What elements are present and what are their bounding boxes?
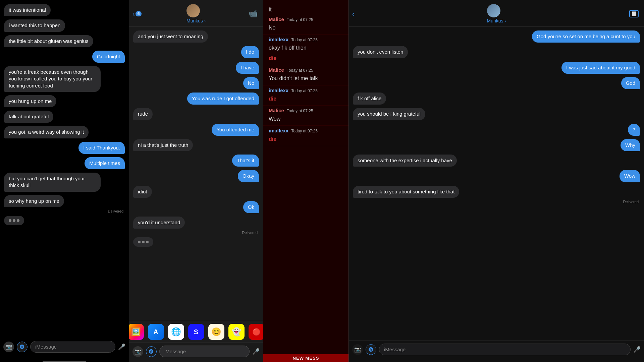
new-message-banner: NEW MESS: [263, 354, 348, 362]
message-bubble: it was intentional: [4, 4, 51, 16]
mid-header: ‹ 6 Munkus › 📹: [129, 0, 263, 26]
mic-icon-left[interactable]: 🎤: [118, 343, 125, 351]
camera-icon-right[interactable]: 📷: [352, 344, 363, 355]
video-call-button-mid[interactable]: 📹: [249, 9, 258, 18]
home-indicator-left: [43, 361, 86, 362]
message-bubble: you're a freak because even though you k…: [4, 66, 101, 92]
panel-discord: it MaliceToday at 07:25NoimallexxToday a…: [263, 0, 349, 362]
message-row: tired to talk to you about something lik…: [353, 186, 640, 198]
right-contact-info: Munkus ›: [487, 4, 506, 23]
message-row: ?: [353, 124, 640, 136]
message-row: f k off alice: [353, 93, 640, 105]
right-input-bar: 📷 🅐 iMessage 🎤: [349, 341, 644, 362]
message-bubble: You offended me: [212, 124, 259, 136]
dock-red-icon[interactable]: 🔴: [249, 324, 264, 340]
discord-time: Today at 07:25: [287, 109, 313, 113]
camera-icon[interactable]: 📷: [3, 342, 14, 352]
discord-entry: imallexxToday at 07:25okay f k off thend…: [263, 35, 348, 65]
message-row: Goodnight: [4, 51, 125, 63]
dot1: [138, 241, 141, 243]
message-row: you got. a weird way of showing it: [4, 126, 125, 138]
message-bubble: you got. a weird way of showing it: [4, 126, 89, 138]
message-row: the little bit about gluten was genius: [4, 35, 125, 47]
back-button-mid[interactable]: ‹ 6: [132, 10, 142, 18]
dock-appstore-icon[interactable]: A: [148, 324, 164, 340]
message-bubble: I have: [236, 62, 259, 74]
message-row: you'd it understand: [133, 217, 259, 229]
compose-button-right[interactable]: ⬜: [629, 10, 639, 17]
message-row: I said Thankyou.: [4, 142, 125, 154]
message-row: I have: [133, 62, 259, 74]
message-row: God you're so set on me being a cunt to …: [353, 31, 640, 43]
avatar-mid: [186, 4, 200, 17]
message-row: you're a freak because even though you k…: [4, 66, 125, 92]
appstore-icon-mid[interactable]: 🅐: [146, 346, 157, 357]
discord-sender: imallexx: [269, 87, 288, 93]
typing-dots: [4, 216, 24, 225]
dot2: [142, 241, 145, 243]
discord-entry: imallexxToday at 07:25die: [263, 126, 348, 146]
message-bubble: I was just sad about it my good: [561, 62, 640, 74]
dot3: [146, 241, 149, 243]
discord-time: Today at 07:25: [291, 129, 318, 133]
message-row: God: [353, 77, 640, 89]
dot3: [17, 219, 19, 222]
dock-photos-icon[interactable]: 🖼️: [129, 324, 144, 340]
mic-icon-mid[interactable]: 🎤: [252, 348, 260, 355]
message-bubble: ?: [628, 124, 640, 136]
message-row: rude: [133, 108, 259, 120]
discord-message: No: [263, 23, 348, 33]
discord-time: Today at 07:25: [287, 68, 313, 73]
message-bubble: Wow: [620, 170, 640, 182]
right-contact-name: Munkus ›: [487, 18, 506, 23]
message-row: Okay: [133, 170, 259, 182]
mid-contact-name: Munkus ›: [186, 18, 206, 23]
message-row: but you can't get that through your thic…: [4, 173, 125, 192]
discord-message: die: [263, 53, 348, 63]
message-bubble: Goodnight: [92, 51, 125, 63]
message-bubble: you hung up on me: [4, 95, 56, 107]
mid-input-bar: 📷 🅐 iMessage 🎤: [129, 343, 263, 362]
badge-mid: 6: [136, 11, 142, 16]
message-row: Why: [353, 139, 640, 151]
avatar-img-right: [487, 4, 500, 17]
appstore-icon[interactable]: 🅐: [17, 342, 28, 352]
message-bubble: I said Thankyou.: [78, 142, 125, 154]
dock-bitmoji-icon[interactable]: 😊: [208, 324, 224, 340]
dock-chrome-icon[interactable]: 🌐: [168, 324, 184, 340]
right-imessage-input[interactable]: iMessage: [379, 344, 631, 355]
message-row: so why hang up on me: [4, 195, 125, 207]
back-button-right[interactable]: ‹: [352, 10, 355, 18]
dot1: [9, 219, 11, 222]
right-messages-area: God you're so set on me being a cunt to …: [349, 26, 644, 341]
message-row: i wanted this to happen: [4, 19, 125, 32]
dock-bar: 🖼️ A 🌐 S 😊 👻 🔴: [129, 321, 263, 343]
message-bubble: Ok: [243, 201, 259, 213]
mid-imessage-input[interactable]: iMessage: [159, 346, 250, 357]
delivered-label-right: Delivered: [353, 200, 639, 204]
message-bubble: but you can't get that through your thic…: [4, 173, 101, 192]
discord-message: die: [263, 134, 348, 144]
message-bubble: Okay: [238, 170, 259, 182]
discord-sender: imallexx: [269, 37, 288, 42]
discord-sender: Malice: [269, 67, 284, 73]
message-row: you don't even listen: [353, 46, 640, 58]
dock-snapchat-icon[interactable]: 👻: [228, 324, 245, 340]
dot2: [13, 219, 15, 222]
message-bubble: rude: [133, 108, 153, 120]
delivered-label-left: Delivered: [4, 209, 123, 213]
dock-shazam-icon[interactable]: S: [188, 324, 204, 340]
avatar-img-mid: [186, 4, 200, 17]
discord-entries: MaliceToday at 07:25NoimallexxToday at 0…: [263, 14, 348, 146]
mic-icon-right[interactable]: 🎤: [633, 346, 641, 353]
message-row: you hung up on me: [4, 95, 125, 107]
message-bubble: That's it: [232, 155, 259, 167]
camera-icon-mid[interactable]: 📷: [132, 346, 143, 357]
appstore-icon-right[interactable]: 🅐: [366, 344, 376, 355]
message-bubble: talk about grateful: [4, 111, 53, 123]
left-imessage-input[interactable]: iMessage: [30, 341, 115, 353]
message-row: That's it: [133, 155, 259, 167]
message-bubble: i wanted this to happen: [4, 19, 65, 32]
avatar-right: [487, 4, 500, 17]
message-bubble: Why: [621, 139, 640, 151]
